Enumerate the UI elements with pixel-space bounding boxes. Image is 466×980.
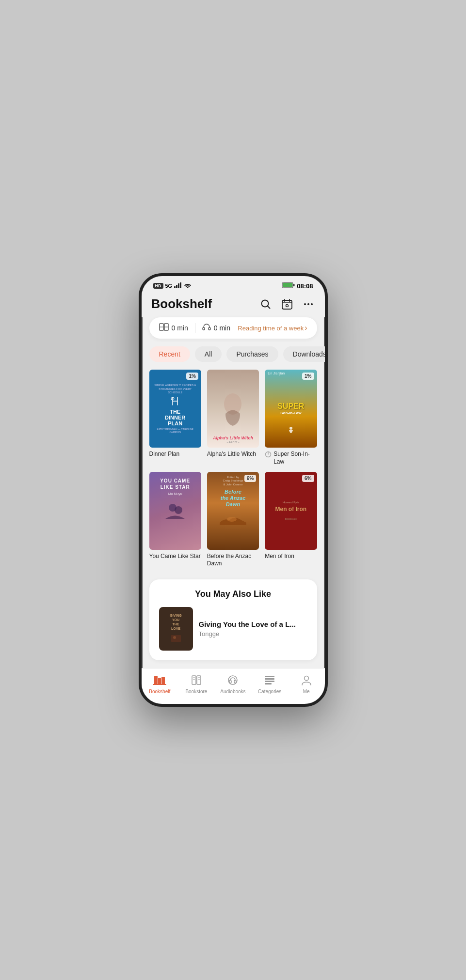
me-icon [300, 673, 313, 687]
svg-rect-34 [265, 676, 274, 677]
nav-categories[interactable]: Categories [255, 673, 284, 694]
nav-audiobooks[interactable]: Audiobooks [218, 673, 247, 694]
book-title-star: You Came Like Star [149, 553, 201, 560]
svg-point-11 [307, 303, 309, 305]
tab-purchases[interactable]: Purchases [226, 346, 278, 362]
more-button[interactable] [302, 297, 315, 311]
svg-rect-32 [229, 680, 231, 683]
reading-link-text: Reading time of a week [238, 325, 304, 332]
wifi-icon [184, 282, 192, 290]
book-icon [159, 323, 169, 333]
phone-frame: HD 5G 08:08 Bookshelf [139, 273, 328, 706]
svg-rect-1 [176, 285, 177, 288]
book-badge-iron: 6% [302, 475, 314, 482]
book-title-anzac: Before the Anzac Dawn [207, 553, 259, 568]
tab-recent[interactable]: Recent [149, 346, 190, 362]
svg-rect-15 [203, 327, 205, 330]
status-bar: HD 5G 08:08 [142, 276, 325, 293]
book-item-iron[interactable]: Howard Pyle Men of Iron Booklassic 6% Me… [265, 472, 317, 568]
nav-label-bookstore: Bookstore [185, 689, 207, 694]
svg-point-22 [175, 506, 182, 514]
svg-rect-6 [293, 284, 295, 286]
reading-bar: 0 min 0 min Reading time of a week › [149, 317, 317, 339]
book-reading-stat: 0 min [159, 323, 188, 333]
svg-rect-28 [161, 677, 165, 684]
book-title-super-son: Super Son-In-Law [265, 451, 317, 466]
book-cover-iron: Howard Pyle Men of Iron Booklassic 6% [265, 472, 317, 550]
recommendations-section: You May Also Like GIVINGYOUTHELOVE G [149, 579, 317, 660]
svg-rect-16 [209, 327, 210, 330]
bookstore-icon [190, 673, 203, 687]
hd-badge: HD [153, 283, 163, 289]
headphone-icon [202, 323, 211, 333]
book-item-dinner-plan[interactable]: SIMPLE WEEKNIGHT RECIPES &STRATEGIES FOR… [149, 370, 201, 466]
calendar-button[interactable] [280, 297, 294, 311]
header-icons [259, 297, 315, 311]
svg-point-25 [173, 636, 176, 639]
bookshelf-icon [153, 673, 166, 687]
book-badge-super-son: 1% [302, 373, 314, 380]
svg-point-19 [289, 427, 292, 430]
rec-info-giving: Giving You the Love of a L... Tongge [199, 620, 307, 638]
book-item-alpha-witch[interactable]: Alpha's Little Witch - Azeht - Alpha's L… [207, 370, 259, 466]
svg-point-23 [227, 517, 237, 522]
nav-label-me: Me [303, 689, 310, 694]
svg-rect-27 [158, 678, 161, 684]
status-right: 08:08 [282, 282, 313, 290]
svg-point-38 [304, 676, 308, 680]
book-cover-anzac: Edited byCraig Stockings& John Connor Be… [207, 472, 259, 550]
tab-all[interactable]: All [195, 346, 222, 362]
book-item-anzac[interactable]: Edited byCraig Stockings& John Connor Be… [207, 472, 259, 568]
reading-link-arrow: › [305, 324, 307, 332]
rec-title-giving: Giving You the Love of a L... [199, 620, 307, 628]
book-cover-super-son: Lin Jianjian SUPER Son-In-Law 1% [265, 370, 317, 448]
svg-rect-30 [197, 676, 201, 684]
tab-downloads[interactable]: Downloads [283, 346, 325, 362]
status-time: 08:08 [297, 282, 313, 290]
book-title-iron: Men of Iron [265, 553, 317, 560]
rec-cover-giving: GIVINGYOUTHELOVE [159, 607, 193, 651]
bars-icon [174, 282, 182, 290]
header: Bookshelf [142, 293, 325, 317]
rec-item-giving[interactable]: GIVINGYOUTHELOVE Giving You the Love of … [159, 607, 307, 651]
rec-author-giving: Tongge [199, 630, 307, 638]
signal-icon: 5G [165, 283, 173, 289]
page-title: Bookshelf [151, 296, 212, 311]
search-button[interactable] [259, 297, 273, 311]
book-cover-star: YOU CAMELIKE STAR Mu Muyu [149, 472, 201, 550]
categories-icon [263, 673, 276, 687]
books-grid: SIMPLE WEEKNIGHT RECIPES &STRATEGIES FOR… [142, 370, 325, 575]
book-cover-alpha-witch: Alpha's Little Witch - Azeht - [207, 370, 259, 448]
svg-rect-3 [180, 282, 181, 288]
svg-rect-26 [154, 676, 158, 684]
reading-time-link[interactable]: Reading time of a week › [230, 324, 307, 332]
svg-rect-37 [265, 683, 272, 684]
book-item-super-son[interactable]: Lin Jianjian SUPER Son-In-Law 1% Super S [265, 370, 317, 466]
book-title-alpha-witch: Alpha's Little Witch [207, 451, 259, 458]
filter-tabs: Recent All Purchases Downloads [142, 346, 325, 370]
book-item-star[interactable]: YOU CAMELIKE STAR Mu Muyu You Came Like … [149, 472, 201, 568]
status-left: HD 5G [153, 282, 192, 290]
nav-bookshelf[interactable]: Bookshelf [145, 673, 174, 694]
audiobooks-icon [226, 673, 240, 687]
nav-bookstore[interactable]: Bookstore [182, 673, 211, 694]
book-time: 0 min [172, 324, 188, 332]
svg-rect-2 [178, 283, 179, 288]
nav-me[interactable]: Me [292, 673, 321, 694]
svg-rect-0 [174, 286, 176, 288]
svg-point-12 [311, 303, 313, 305]
svg-rect-24 [171, 635, 181, 642]
book-badge-dinner-plan: 1% [186, 373, 198, 380]
bottom-nav: Bookshelf Bookstore Audio [142, 668, 325, 704]
book-badge-anzac: 6% [244, 475, 256, 482]
svg-rect-35 [265, 678, 274, 680]
reading-divider [195, 323, 195, 333]
battery-icon [282, 282, 295, 290]
svg-rect-36 [265, 681, 274, 682]
audio-reading-stat: 0 min [202, 323, 230, 333]
book-title-dinner-plan: Dinner Plan [149, 451, 201, 458]
audio-time: 0 min [214, 324, 230, 332]
nav-label-audiobooks: Audiobooks [220, 689, 245, 694]
svg-rect-33 [234, 680, 236, 683]
svg-rect-5 [283, 283, 292, 287]
